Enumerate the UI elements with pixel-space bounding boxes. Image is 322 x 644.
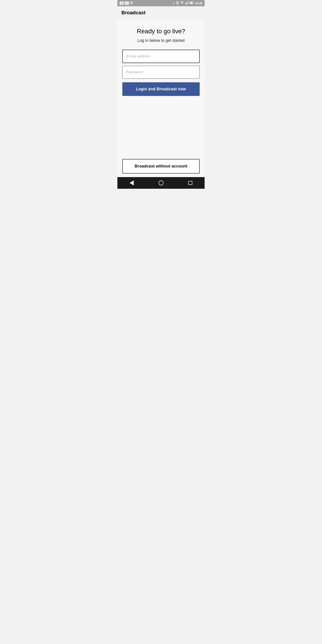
svg-rect-0 bbox=[125, 2, 128, 4]
vibrate-icon bbox=[176, 1, 179, 5]
status-bar-right: ∗ bbox=[173, 1, 202, 5]
recent-apps-button[interactable] bbox=[184, 179, 197, 187]
login-broadcast-button[interactable]: Login and Broadcast now bbox=[122, 82, 200, 96]
signal-icon bbox=[185, 1, 188, 5]
back-button[interactable] bbox=[125, 178, 138, 188]
home-button[interactable] bbox=[154, 178, 168, 188]
sync-icon bbox=[130, 1, 133, 5]
nav-bar bbox=[118, 177, 204, 189]
broadcast-without-account-button[interactable]: Broadcast without account bbox=[122, 159, 200, 174]
battery-icon bbox=[190, 2, 194, 5]
svg-point-2 bbox=[131, 2, 132, 3]
status-bar-left: 31 bbox=[120, 1, 133, 5]
wifi-icon bbox=[180, 2, 184, 5]
bottom-area: Broadcast without account bbox=[118, 159, 204, 177]
status-time: 10:30 bbox=[195, 2, 202, 5]
email-input[interactable] bbox=[122, 50, 200, 63]
headline: Ready to go live? bbox=[137, 28, 185, 35]
status-bar: 31 ∗ bbox=[118, 0, 204, 6]
calendar-icon: 31 bbox=[120, 2, 124, 5]
svg-rect-4 bbox=[177, 2, 178, 4]
recent-icon bbox=[188, 181, 192, 185]
app-title: Broadcast bbox=[122, 10, 200, 16]
app-header: Broadcast bbox=[118, 6, 204, 18]
back-icon bbox=[130, 180, 134, 185]
password-input[interactable] bbox=[122, 66, 200, 79]
gmail-icon bbox=[125, 2, 129, 5]
home-icon bbox=[158, 180, 164, 185]
main-content: Ready to go live? Log in below to get st… bbox=[118, 18, 204, 159]
bluetooth-icon: ∗ bbox=[173, 2, 175, 5]
subheadline: Log in below to get started bbox=[137, 38, 184, 43]
